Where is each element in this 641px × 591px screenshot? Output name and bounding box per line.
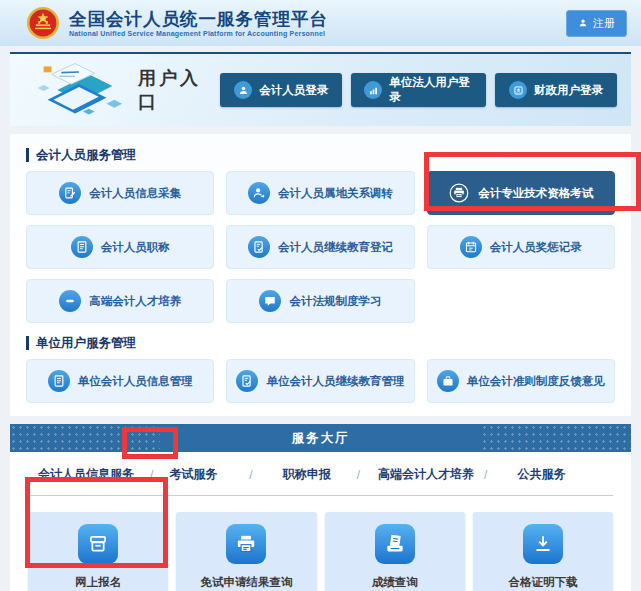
service-card-label: 单位会计人员继续教育管理 — [266, 374, 404, 389]
service-card-title-rank[interactable]: 会计人员职称 — [26, 225, 214, 269]
brand: 全国会计人员统一服务管理平台 National Unified Service … — [69, 9, 328, 36]
service-card-label: 会计人员继续教育登记 — [278, 240, 393, 255]
service-card-label: 高端会计人才培养 — [89, 294, 181, 309]
printer-icon — [226, 524, 266, 564]
register-button[interactable]: 注册 — [566, 10, 627, 37]
page: 全国会计人员统一服务管理平台 National Unified Service … — [0, 0, 641, 591]
bar-chart-icon — [364, 81, 382, 99]
accountant-login-button[interactable]: 会计人员登录 — [220, 73, 342, 107]
download-icon — [523, 524, 563, 564]
service-card-unit-feedback[interactable]: 单位会计准则制度反馈意见 — [427, 359, 615, 403]
score-query-card[interactable]: 成绩查询 — [325, 512, 465, 591]
user-entry-banner: 用户入口 会计人员登录 单位法人用户登录 财政用户登录 — [10, 52, 631, 126]
service-card-reward-punishment[interactable]: 会计人员奖惩记录 — [427, 225, 615, 269]
person-icon — [234, 81, 252, 99]
certificate-download-card[interactable]: 合格证明下载 — [473, 512, 613, 591]
printer-ring-icon — [448, 182, 470, 204]
tab-separator: / — [249, 468, 252, 482]
service-card-talent-training[interactable]: 高端会计人才培养 — [26, 279, 214, 323]
exam-service-grid: 网上报名 免试申请结果查询 成绩查询 合格证明下载 — [28, 512, 613, 591]
id-badge-icon — [509, 81, 527, 99]
laptop-illustration — [24, 57, 132, 123]
service-card-continuing-education[interactable]: 会计人员继续教育登记 — [226, 225, 414, 269]
online-registration-card[interactable]: 网上报名 — [28, 512, 168, 591]
page-subtitle: National Unified Service Management Plat… — [69, 30, 328, 37]
top-header: 全国会计人员统一服务管理平台 National Unified Service … — [0, 0, 641, 46]
briefcase-icon — [437, 370, 459, 392]
personal-section-title: 会计人员服务管理 — [26, 148, 615, 162]
service-card-regulation-study[interactable]: 会计法规制度学习 — [226, 279, 414, 323]
tab-exam-service[interactable]: 考试服务 — [169, 466, 217, 483]
doc-check-icon — [236, 370, 258, 392]
unit-service-grid: 单位会计人员信息管理 单位会计人员继续教育管理 单位会计准则制度反馈意见 — [26, 359, 615, 403]
calendar-icon — [460, 236, 482, 258]
service-card-label: 会计人员奖惩记录 — [490, 240, 582, 255]
service-card-label: 会计法规制度学习 — [289, 294, 381, 309]
service-hall-title: 服务大厅 — [292, 430, 350, 447]
login-label: 单位法人用户登录 — [389, 75, 473, 105]
unit-section-title: 单位用户服务管理 — [26, 336, 615, 350]
archive-box-icon — [78, 524, 118, 564]
login-label: 会计人员登录 — [259, 83, 328, 98]
service-card-label: 会计人员信息采集 — [89, 186, 181, 201]
page-title: 全国会计人员统一服务管理平台 — [69, 9, 328, 29]
service-card-unit-info[interactable]: 单位会计人员信息管理 — [26, 359, 214, 403]
service-hall-header: 服务大厅 — [10, 424, 631, 452]
personal-service-grid: 会计人员信息采集 会计人员属地关系调转 会计专业技术资格考试 会计人员职称 — [26, 171, 615, 323]
hall-card-label: 成绩查询 — [372, 575, 418, 590]
register-label: 注册 — [593, 16, 615, 31]
doc-pencil-icon — [59, 182, 81, 204]
doc-printer-icon — [375, 524, 415, 564]
tab-title-application[interactable]: 职称申报 — [283, 466, 331, 483]
hall-card-label: 合格证明下载 — [508, 575, 577, 590]
tab-public-service[interactable]: 公共服务 — [517, 466, 565, 483]
service-card-label: 会计人员职称 — [101, 240, 170, 255]
tab-separator: / — [484, 468, 487, 482]
doc-check-icon — [248, 236, 270, 258]
service-card-relocation[interactable]: 会计人员属地关系调转 — [226, 171, 414, 215]
login-button-group: 会计人员登录 单位法人用户登录 财政用户登录 — [220, 73, 617, 107]
bar-icon — [59, 290, 81, 312]
service-card-label: 会计专业技术资格考试 — [478, 186, 593, 201]
national-emblem-icon — [26, 6, 60, 40]
user-entry-label: 用户入口 — [138, 66, 220, 114]
chat-icon — [259, 290, 281, 312]
service-hall-tabs: 会计人员信息服务 / 考试服务 / 职称申报 / 高端会计人才培养 / 公共服务 — [28, 452, 613, 496]
doc-icon — [48, 370, 70, 392]
finance-login-button[interactable]: 财政用户登录 — [495, 73, 617, 107]
login-label: 财政用户登录 — [534, 83, 603, 98]
service-card-label: 单位会计人员信息管理 — [78, 374, 193, 389]
service-management-panel: 会计人员服务管理 会计人员信息采集 会计人员属地关系调转 会计专业技术资格考试 — [10, 134, 631, 416]
tab-separator: / — [357, 468, 360, 482]
hall-card-label: 网上报名 — [75, 575, 121, 590]
grid-empty-cell — [427, 279, 615, 323]
service-card-label: 单位会计准则制度反馈意见 — [467, 374, 605, 389]
exemption-result-query-card[interactable]: 免试申请结果查询 — [176, 512, 316, 591]
service-card-professional-exam[interactable]: 会计专业技术资格考试 — [427, 171, 615, 215]
legal-entity-login-button[interactable]: 单位法人用户登录 — [351, 73, 486, 107]
service-hall-panel: 服务大厅 会计人员信息服务 / 考试服务 / 职称申报 / 高端会计人才培养 /… — [10, 424, 631, 591]
tab-accountant-info-service[interactable]: 会计人员信息服务 — [38, 466, 134, 483]
person-icon — [578, 18, 588, 28]
hall-card-label: 免试申请结果查询 — [200, 575, 292, 590]
tab-separator: / — [150, 468, 153, 482]
service-card-info-collection[interactable]: 会计人员信息采集 — [26, 171, 214, 215]
service-card-unit-education[interactable]: 单位会计人员继续教育管理 — [226, 359, 414, 403]
person-arrows-icon — [248, 182, 270, 204]
doc-icon — [71, 236, 93, 258]
service-card-label: 会计人员属地关系调转 — [278, 186, 393, 201]
tab-talent-training[interactable]: 高端会计人才培养 — [378, 466, 474, 483]
